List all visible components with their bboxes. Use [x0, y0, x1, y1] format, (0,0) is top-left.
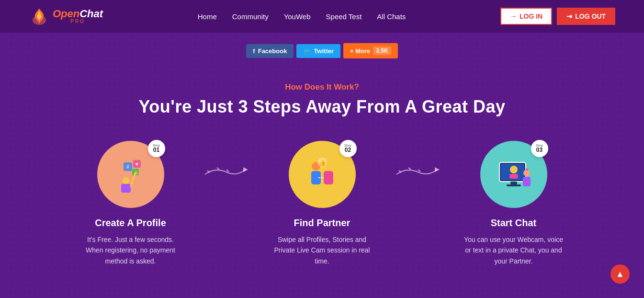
svg-marker-10 [243, 167, 248, 172]
step-2: Step 02 [255, 141, 389, 266]
logout-button[interactable]: ⇥ LOG OUT [557, 8, 615, 25]
svg-rect-32 [507, 184, 521, 186]
steps-container: Step 01 # ♥ 👍 [0, 141, 644, 266]
main-content: f Facebook 🐦 Twitter + More 3.5K How Doe… [0, 33, 644, 298]
svg-text:♥: ♥ [526, 167, 529, 172]
logo-flame-icon [29, 6, 50, 27]
nav-youweb[interactable]: YouWeb [284, 12, 311, 21]
nav-community[interactable]: Community [232, 12, 269, 21]
login-icon: → [510, 12, 517, 20]
more-label: + More [350, 47, 370, 55]
step-2-illustration: 👍 ★ ★ [301, 153, 344, 196]
svg-rect-8 [121, 184, 131, 193]
step-1-circle-wrapper: Step 01 # ♥ 👍 [97, 141, 164, 208]
twitter-icon: 🐦 [303, 47, 311, 55]
logo-text: OpenChat PRO [53, 9, 103, 24]
step-2-badge-num: 02 [345, 147, 351, 153]
svg-marker-23 [435, 167, 440, 172]
twitter-share-button[interactable]: 🐦 Twitter [296, 44, 340, 58]
arrow-2-svg [394, 165, 442, 179]
step-1: Step 01 # ♥ 👍 [64, 141, 198, 266]
main-nav: Home Community YouWeb Speed Test All Cha… [198, 12, 406, 21]
facebook-icon: f [253, 47, 255, 55]
svg-text:♥: ♥ [136, 161, 138, 167]
logo-area: OpenChat PRO [29, 6, 103, 27]
step-3-badge: Step 03 [531, 140, 548, 157]
svg-line-12 [217, 168, 219, 170]
nav-speed-test[interactable]: Speed Test [326, 12, 362, 21]
more-share-button[interactable]: + More 3.5K [343, 43, 398, 58]
svg-text:#: # [126, 164, 129, 170]
step-3: Step 03 [447, 141, 581, 266]
how-subtitle: How Does It Work? [0, 82, 644, 92]
logo-brand-name: OpenChat [53, 9, 103, 19]
main-header: OpenChat PRO Home Community YouWeb Speed… [0, 0, 644, 33]
step-1-badge-num: 01 [153, 147, 159, 153]
step-1-desc: It's Free. Just a few seconds. When regi… [73, 234, 188, 266]
step-2-badge: Step 02 [339, 140, 357, 157]
nav-all-chats[interactable]: All Chats [377, 12, 406, 21]
arrow-1 [198, 165, 255, 179]
social-bar: f Facebook 🐦 Twitter + More 3.5K [0, 33, 644, 58]
header-buttons: → LOG IN ⇥ LOG OUT [500, 8, 615, 25]
nav-home[interactable]: Home [198, 12, 217, 21]
scroll-top-icon: ▲ [616, 269, 624, 279]
step-1-badge: Step 01 [148, 140, 165, 157]
svg-text:👍: 👍 [318, 159, 326, 166]
logout-label: LOG OUT [575, 12, 606, 20]
svg-text:★: ★ [334, 158, 339, 163]
logout-icon: ⇥ [566, 12, 572, 20]
scroll-top-button[interactable]: ▲ [610, 264, 630, 284]
step-3-title: Start Chat [491, 218, 537, 229]
svg-line-13 [226, 170, 229, 172]
svg-point-7 [123, 177, 129, 184]
svg-line-26 [418, 170, 420, 172]
svg-line-25 [408, 168, 411, 170]
login-label: LOG IN [520, 12, 542, 20]
step-2-title: Find Partner [294, 218, 350, 229]
arrow-1-svg [203, 165, 250, 179]
step-3-circle-wrapper: Step 03 [480, 141, 547, 208]
how-section: How Does It Work? You're Just 3 Steps Aw… [0, 58, 644, 266]
svg-rect-17 [324, 171, 333, 184]
step-3-badge-num: 03 [536, 147, 542, 153]
facebook-label: Facebook [258, 47, 287, 55]
svg-point-29 [510, 166, 518, 173]
step-3-desc: You can use your Webcam, voice or text i… [456, 234, 571, 266]
share-count: 3.5K [373, 46, 391, 55]
svg-text:★: ★ [308, 158, 312, 163]
facebook-share-button[interactable]: f Facebook [246, 44, 294, 58]
login-button[interactable]: → LOG IN [500, 8, 552, 25]
logo-pro-label: PRO [53, 19, 103, 24]
svg-rect-31 [510, 182, 517, 184]
how-title: You're Just 3 Steps Away From A Great Da… [0, 97, 644, 117]
step-1-illustration: # ♥ 👍 [109, 153, 152, 196]
step-2-desc: Swipe all Profiles, Stories and Private … [265, 234, 380, 266]
step-2-circle-wrapper: Step 02 [289, 141, 356, 208]
svg-rect-30 [509, 174, 518, 179]
step-1-title: Create A Profile [95, 218, 166, 229]
step-3-illustration: ♥ [492, 153, 535, 196]
svg-rect-34 [523, 177, 531, 186]
twitter-label: Twitter [314, 47, 334, 55]
arrow-2 [389, 165, 447, 179]
